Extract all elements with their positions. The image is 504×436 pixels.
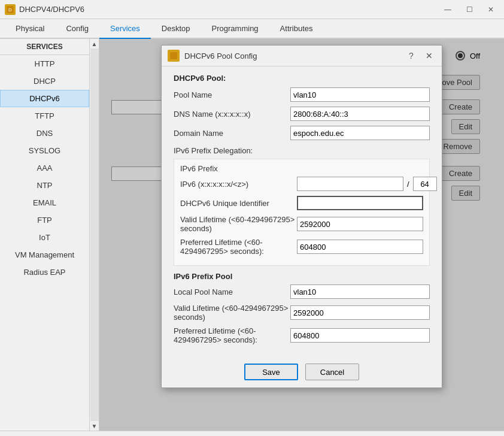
valid-lifetime-row: Valid Lifetime (<60-4294967295> seconds) — [180, 215, 423, 233]
valid-lifetime2-input[interactable] — [290, 305, 430, 320]
tab-bar: Physical Config Services Desktop Program… — [0, 19, 504, 39]
save-button[interactable]: Save — [244, 364, 298, 380]
sidebar-header: SERVICES — [0, 39, 89, 55]
slash-label: / — [403, 180, 413, 189]
ipv6-row: IPv6 (x:x:x:x::x/<z>) / — [180, 177, 423, 191]
scroll-down-arrow[interactable]: ▼ — [90, 421, 99, 431]
dns-name-input[interactable] — [290, 107, 430, 121]
valid-lifetime-label: Valid Lifetime (<60-4294967295> seconds) — [180, 215, 297, 233]
sidebar-item-ftp[interactable]: FTP — [0, 211, 89, 229]
preferred-lifetime-label: Preferred Lifetime (<60-4294967295> seco… — [180, 238, 297, 256]
sidebar: SERVICES HTTP DHCP DHCPv6 TFTP DNS SYSLO… — [0, 39, 89, 431]
modal-help-button[interactable]: ? — [405, 49, 418, 62]
bottom-bar: ▲ Top — [0, 431, 504, 436]
sidebar-item-radius[interactable]: Radius EAP — [0, 264, 89, 281]
sidebar-item-dhcpv6[interactable]: DHCPv6 — [0, 90, 89, 107]
modal-close-button[interactable]: ✕ — [423, 49, 436, 62]
tab-attributes[interactable]: Attributes — [269, 19, 324, 39]
preferred-lifetime2-row: Preferred Lifetime (<60-4294967295> seco… — [174, 326, 430, 344]
preferred-lifetime2-input[interactable] — [290, 328, 430, 343]
pool-name-input[interactable] — [290, 87, 430, 102]
modal-body: DHCPv6 Pool: Pool Name DNS Name (x:x:x:x… — [162, 66, 442, 356]
ipv6-prefix-pool-label: IPv6 Prefix Pool — [174, 272, 430, 281]
right-panel: DHCPv6 Off Pool Remove Pool Create Edit … — [99, 39, 504, 431]
valid-lifetime2-row: Valid Lifetime (<60-4294967295> seconds) — [174, 304, 430, 322]
scroll-track — [90, 49, 99, 421]
preferred-lifetime-input[interactable] — [297, 240, 423, 254]
titlebar: D DHCPV4/DHCPV6 — ☐ ✕ — [0, 0, 504, 19]
dns-name-label: DNS Name (x:x:x:x::x) — [174, 110, 290, 119]
modal-titlebar: DHCPv6 Pool Config ? ✕ — [162, 46, 442, 66]
local-pool-row: Local Pool Name — [174, 284, 430, 299]
sidebar-item-syslog[interactable]: SYSLOG — [0, 142, 89, 159]
restore-button[interactable]: ☐ — [461, 4, 478, 16]
ipv6-input[interactable] — [297, 177, 403, 191]
local-pool-input[interactable] — [290, 284, 430, 299]
modal-icon — [168, 50, 180, 62]
svg-text:D: D — [8, 7, 12, 13]
close-button[interactable]: ✕ — [482, 4, 499, 16]
sidebar-item-tftp[interactable]: TFTP — [0, 107, 89, 125]
tab-services[interactable]: Services — [99, 19, 151, 39]
modal-footer: Save Cancel — [162, 356, 442, 387]
sidebar-item-vm[interactable]: VM Management — [0, 246, 89, 264]
domain-name-label: Domain Name — [174, 129, 290, 138]
preferred-lifetime-row: Preferred Lifetime (<60-4294967295> seco… — [180, 238, 423, 256]
tab-physical[interactable]: Physical — [5, 19, 55, 39]
tab-desktop[interactable]: Desktop — [151, 19, 201, 39]
cancel-button[interactable]: Cancel — [305, 364, 359, 380]
ipv6-prefix-input[interactable] — [413, 177, 437, 191]
sidebar-item-iot[interactable]: IoT — [0, 229, 89, 246]
sidebar-item-email[interactable]: EMAIL — [0, 194, 89, 211]
sidebar-item-dhcp[interactable]: DHCP — [0, 72, 89, 90]
scroll-up-arrow[interactable]: ▲ — [90, 39, 99, 49]
valid-lifetime2-label: Valid Lifetime (<60-4294967295> seconds) — [174, 304, 290, 322]
pool-name-label: Pool Name — [174, 90, 290, 99]
modal-overlay: DHCPv6 Pool Config ? ✕ DHCPv6 Pool: Pool… — [99, 39, 504, 431]
pool-name-row: Pool Name — [174, 87, 430, 102]
ipv6-prefix-subsection: IPv6 Prefix — [180, 164, 423, 173]
window-controls: — ☐ ✕ — [439, 4, 499, 16]
tab-config[interactable]: Config — [55, 19, 99, 39]
modal-title: DHCPv6 Pool Config — [184, 52, 400, 60]
sidebar-item-aaa[interactable]: AAA — [0, 159, 89, 177]
sidebar-scrollbar: ▲ ▼ — [89, 39, 99, 431]
sidebar-item-dns[interactable]: DNS — [0, 125, 89, 142]
sidebar-list: HTTP DHCP DHCPv6 TFTP DNS SYSLOG AAA NTP… — [0, 55, 89, 431]
dns-name-row: DNS Name (x:x:x:x::x) — [174, 107, 430, 121]
ipv6-label: IPv6 (x:x:x:x::x/<z>) — [180, 180, 297, 189]
svg-rect-2 — [170, 52, 177, 59]
dhcpv6-pool-label: DHCPv6 Pool: — [174, 74, 430, 83]
app-icon: D — [5, 4, 16, 15]
duid-label: DHCPv6 Unique Identifier — [180, 199, 297, 208]
valid-lifetime-input[interactable] — [297, 217, 423, 231]
duid-input[interactable] — [297, 196, 423, 210]
main-content: SERVICES HTTP DHCP DHCPv6 TFTP DNS SYSLO… — [0, 39, 504, 431]
minimize-button[interactable]: — — [439, 4, 456, 16]
domain-name-row: Domain Name — [174, 126, 430, 140]
prefix-delegation-label: IPv6 Prefix Delegation: — [174, 146, 430, 155]
sidebar-item-ntp[interactable]: NTP — [0, 177, 89, 194]
duid-row: DHCPv6 Unique Identifier — [180, 196, 423, 210]
local-pool-label: Local Pool Name — [174, 287, 290, 296]
domain-name-input[interactable] — [290, 126, 430, 140]
sidebar-item-http[interactable]: HTTP — [0, 55, 89, 72]
tab-programming[interactable]: Programming — [201, 19, 269, 39]
preferred-lifetime2-label: Preferred Lifetime (<60-4294967295> seco… — [174, 326, 290, 344]
app-title: DHCPV4/DHCPV6 — [19, 5, 439, 14]
modal-dialog: DHCPv6 Pool Config ? ✕ DHCPv6 Pool: Pool… — [161, 45, 442, 388]
